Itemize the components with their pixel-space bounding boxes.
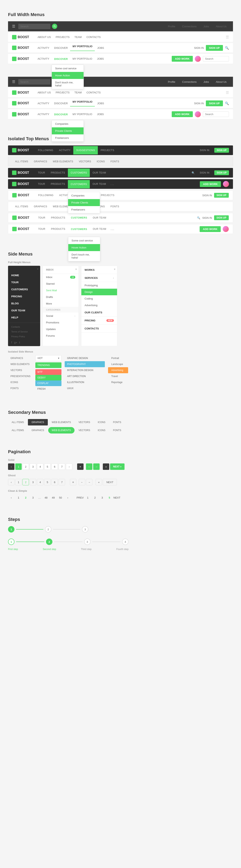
page-first-solid[interactable]: « [103, 463, 109, 470]
btn-signup-3[interactable]: SIGN UP [206, 45, 223, 51]
sec-allitems-2[interactable]: ALL ITEMS [8, 427, 28, 434]
page-3-clean[interactable]: 3 [30, 494, 36, 501]
nav-connections-1[interactable]: Connections [180, 25, 199, 28]
iso-signup-7[interactable]: SIGN UP [214, 215, 229, 220]
page-right-ghost[interactable]: → [86, 479, 92, 485]
step-circle-labeled-2[interactable]: 2 [46, 538, 53, 545]
nav-activity-8[interactable]: ACTIVITY [35, 113, 52, 116]
iso-graphics-2[interactable]: GRAPHICS [31, 160, 50, 163]
page-6-ghost[interactable]: 6 [52, 479, 58, 485]
close-icon-dark[interactable]: × [37, 267, 38, 271]
iso-search-icon-7[interactable]: 🔍 [197, 216, 200, 219]
inbox-item-sentmail[interactable]: Sent Mail [43, 287, 79, 294]
inbox-item-inbox[interactable]: Inbox 18 [43, 274, 79, 280]
nav-team-6[interactable]: TEAM [72, 91, 84, 94]
nav-contacts-2[interactable]: CONTACTS [84, 36, 103, 38]
iso-geeky-item[interactable]: GEEKY [35, 375, 61, 380]
iso-brand-3[interactable]: BOOST [12, 170, 29, 175]
iso-projects-1[interactable]: PROJECTS [98, 149, 117, 152]
page-prevlabel-clean[interactable]: PREV [77, 494, 84, 501]
close-icon-inbox[interactable]: × [75, 268, 77, 271]
nav-aboutus-5[interactable]: About Us [213, 80, 229, 83]
iso-dots-8[interactable]: ... [109, 227, 116, 231]
page-2-solid[interactable]: 2 [23, 463, 29, 470]
step-circle-3[interactable]: 3 [82, 526, 88, 532]
iso-signin-3[interactable]: SIGN IN [197, 172, 212, 174]
iso-uiux[interactable]: UI/UX [65, 385, 105, 391]
btn-signin-7[interactable]: SIGN IN [194, 102, 204, 105]
brand-logo-7[interactable]: BOOST [12, 101, 29, 105]
side-menu-blog[interactable]: BLOG [8, 300, 40, 307]
sec-graphics-2[interactable]: GRAPHICS [28, 427, 48, 434]
iso-following-5[interactable]: FOLLOWING [35, 194, 56, 197]
iso-fonts-2[interactable]: FONTS [108, 160, 122, 163]
nav-jobs-8[interactable]: JOBS [95, 113, 106, 116]
iso-activity-1[interactable]: ACTIVITY [56, 149, 73, 152]
nav-portfolio-4[interactable]: MY PORTFOLIO [70, 57, 95, 60]
iso-webelements-2[interactable]: WEB ELEMENTS [50, 160, 76, 163]
iso-ourteam-7[interactable]: OUR TEAM [90, 216, 109, 219]
page-2-ghost[interactable]: 2 [23, 479, 29, 485]
page-4-ghost[interactable]: 4 [37, 479, 43, 485]
iso-drop-item-3[interactable]: Freelancers [68, 206, 100, 213]
iso-cosplay-item[interactable]: COSPLAY [35, 380, 61, 386]
nav-profile-5[interactable]: Profile [165, 80, 178, 83]
iso-customers-8[interactable]: CUSTOMERS [68, 228, 90, 230]
page-6-solid[interactable]: 6 [52, 463, 58, 470]
page-1-solid[interactable]: 1 [15, 463, 22, 470]
twitter-icon[interactable]: t [19, 341, 20, 344]
page-2-clean[interactable]: 2 [23, 494, 29, 501]
inbox-updates[interactable]: Updates [43, 326, 79, 333]
dropdown-item-5[interactable]: Private Clients [52, 127, 84, 134]
nav-aboutus-1[interactable]: About Us [213, 25, 229, 28]
nav-contacts-6[interactable]: CONTACTS [84, 91, 103, 94]
iso-brand-5[interactable]: BOOST [12, 193, 29, 197]
service-advertising[interactable]: Advertising [81, 302, 117, 309]
page-1-ghost[interactable]: 1 [15, 479, 22, 485]
service-design[interactable]: Design [81, 289, 117, 295]
iso-avatar-4[interactable] [223, 181, 229, 187]
side-menu-tos[interactable]: Terms of Service [8, 329, 40, 334]
pricing-title[interactable]: PRICING NEW [81, 317, 117, 324]
iso-vectors[interactable]: VECTORS [8, 367, 32, 373]
btn-addwork-8[interactable]: ADD WORK [172, 111, 193, 117]
page-list-ghost[interactable]: ≡ [70, 479, 76, 485]
step-circle-labeled-3[interactable]: 3 [84, 538, 91, 545]
side-menu-pricing[interactable]: PRICING [8, 293, 40, 300]
iso-ourteam-8[interactable]: OUR TEAM [90, 227, 109, 230]
btn-addwork-4[interactable]: ADD WORK [172, 56, 193, 62]
iso-graphics-6[interactable]: GRAPHICS [31, 205, 50, 208]
nav-portfolio-3[interactable]: MY PORTFOLIO [70, 45, 95, 51]
iso-tour-8[interactable]: TOUR [35, 227, 48, 230]
nav-activity-7[interactable]: ACTIVITY [35, 102, 52, 105]
step-circle-1[interactable]: 1 [8, 526, 14, 532]
sec-webelements-1[interactable]: WEB ELEMENTS [48, 419, 74, 426]
googleplus-icon[interactable]: g+ [14, 341, 17, 344]
page-3-ghost[interactable]: 3 [30, 479, 36, 485]
sec-graphics-1[interactable]: GRAPHICS [28, 419, 48, 426]
iso-illustration[interactable]: ILLUSTRATION [65, 379, 105, 385]
iso-signup-5[interactable]: SIGN UP [214, 193, 229, 198]
page-nextlabel-clean[interactable]: NEXT [114, 494, 121, 501]
page-5-ghost[interactable]: 5 [44, 479, 51, 485]
brand-logo-6[interactable]: BOOST [12, 90, 29, 95]
dropdown-item-1[interactable]: Some cool service [52, 65, 84, 72]
iso-artdirection[interactable]: ART DIRECTION [65, 373, 105, 379]
page-5-solid[interactable]: 5 [44, 463, 51, 470]
facebook-icon[interactable]: f [11, 341, 12, 344]
iso-signin-5[interactable]: SIGN IN [202, 194, 212, 197]
nav-aboutus-6[interactable]: ABOUT US [35, 91, 53, 94]
inbox-forums[interactable]: Forums [43, 333, 79, 339]
search-input-4[interactable] [203, 56, 229, 61]
page-1-clean[interactable]: 1 [15, 494, 22, 501]
iso-drop-item-4[interactable]: Some cool service [68, 237, 100, 244]
iso-allitems-6[interactable]: ALL ITEMS [12, 205, 31, 208]
iso-brand-4[interactable]: BOOST [12, 182, 29, 186]
iso-dots-4[interactable]: ... [109, 182, 116, 186]
iso-fonts-6[interactable]: FONTS [108, 205, 122, 208]
brand-logo-1[interactable]: BOOST [12, 35, 29, 39]
iso-advertising[interactable]: Advertising [108, 367, 128, 373]
sec-fonts-1[interactable]: FONTS [110, 419, 125, 426]
iso-tour-4[interactable]: TOUR [35, 183, 48, 185]
page-prev-ghost[interactable]: ‹ [8, 479, 14, 485]
